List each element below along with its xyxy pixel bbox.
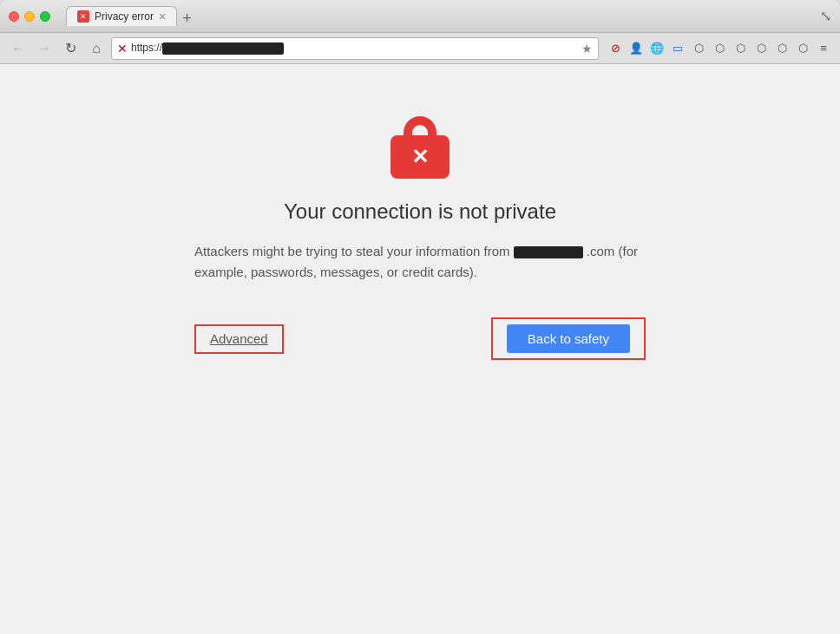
active-tab[interactable]: ✕ Privacy error × [66, 6, 177, 26]
lock-error-icon: ✕ [390, 116, 450, 179]
extension2-icon[interactable]: ⬡ [710, 39, 729, 58]
advanced-button[interactable]: Advanced [210, 331, 268, 346]
minimize-window-button[interactable] [24, 11, 35, 22]
translate-icon[interactable]: 🌐 [647, 39, 666, 58]
menu-button[interactable]: ≡ [814, 39, 833, 58]
extension4-icon[interactable]: ⬡ [751, 39, 771, 58]
back-button[interactable]: ← [7, 37, 30, 60]
cast-icon[interactable]: ▭ [668, 39, 687, 58]
maximize-window-button[interactable] [40, 11, 50, 22]
tab-close-button[interactable]: × [159, 10, 166, 23]
back-to-safety-button[interactable]: Back to safety [507, 324, 630, 353]
stop-icon[interactable]: ⊘ [606, 39, 625, 58]
forward-button[interactable]: → [33, 37, 56, 60]
tab-bar: ✕ Privacy error × + [66, 6, 813, 26]
redacted-domain [514, 246, 583, 258]
extension1-icon[interactable]: ⬡ [689, 39, 708, 58]
url-text: https:// [131, 42, 578, 55]
browser-window: ✕ Privacy error × + ⤡ ← → ↻ ⌂ ✕ https:// [0, 0, 840, 634]
redacted-url [162, 42, 284, 55]
address-bar[interactable]: ✕ https:// ★ [111, 37, 599, 60]
error-description: Attackers might be trying to steal your … [194, 241, 646, 283]
tab-title: Privacy error [95, 10, 154, 23]
security-warning-icon: ✕ [117, 42, 128, 56]
user-icon[interactable]: 👤 [627, 39, 646, 58]
reload-button[interactable]: ↻ [59, 37, 82, 60]
extension5-icon[interactable]: ⬡ [772, 39, 791, 58]
lock-x-icon: ✕ [411, 147, 429, 167]
buttons-row: Advanced Back to safety [194, 317, 646, 360]
error-heading: Your connection is not private [284, 199, 556, 224]
bookmark-star-icon[interactable]: ★ [581, 42, 593, 56]
extension6-icon[interactable]: ⬡ [793, 39, 812, 58]
lock-body: ✕ [390, 135, 450, 179]
advanced-button-wrapper: Advanced [194, 324, 284, 354]
nav-bar: ← → ↻ ⌂ ✕ https:// ★ ⊘ 👤 🌐 ▭ ⬡ ⬡ ⬡ ⬡ [0, 33, 840, 64]
tab-favicon: ✕ [77, 10, 89, 23]
lock-icon-wrapper: ✕ [390, 116, 450, 179]
title-bar: ✕ Privacy error × + ⤡ [0, 0, 840, 33]
new-tab-button[interactable]: + [177, 10, 197, 26]
error-container: ✕ Your connection is not private Attacke… [160, 116, 680, 360]
extension3-icon[interactable]: ⬡ [731, 39, 750, 58]
close-window-button[interactable] [9, 11, 19, 22]
toolbar-icons: ⊘ 👤 🌐 ▭ ⬡ ⬡ ⬡ ⬡ ⬡ ⬡ ≡ [606, 39, 833, 58]
window-resize-button[interactable]: ⤡ [820, 8, 831, 24]
traffic-lights [9, 11, 50, 22]
back-to-safety-button-wrapper: Back to safety [491, 317, 646, 360]
home-button[interactable]: ⌂ [85, 37, 108, 60]
page-content: ✕ Your connection is not private Attacke… [0, 64, 840, 634]
